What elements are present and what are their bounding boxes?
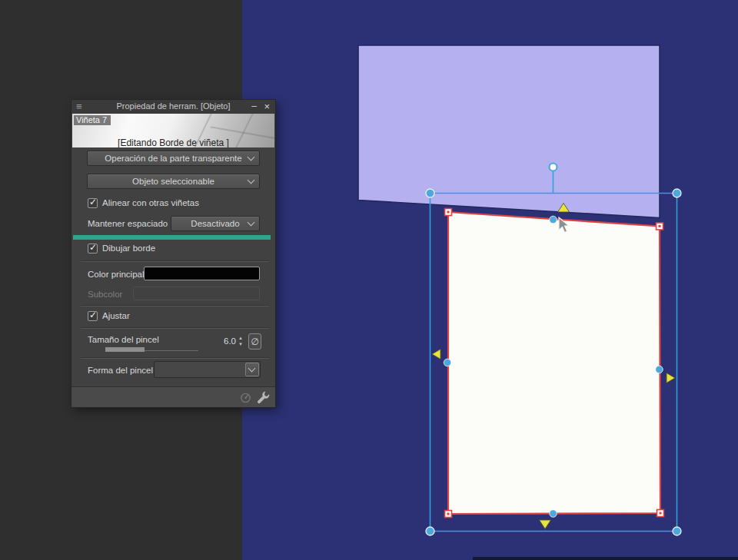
bbox-handle-bottom-right[interactable]: [673, 527, 681, 535]
chevron-down-icon: [248, 219, 255, 227]
no-entry-icon: ∅: [251, 336, 258, 347]
main-color-label: Color principal: [88, 270, 145, 279]
pressure-disabled-button[interactable]: ∅: [248, 333, 261, 350]
frame-name-badge: Viñeta 7: [74, 115, 111, 125]
selectable-object-dropdown[interactable]: Objeto seleccionable: [87, 174, 260, 189]
snap-checkbox[interactable]: ✓: [88, 311, 98, 321]
chevron-down-icon: [248, 365, 256, 373]
transparent-operation-dropdown[interactable]: Operación de la parte transparente: [87, 151, 260, 166]
tool-preview: Viñeta 7 [Editando Borde de viñeta ]: [72, 114, 274, 147]
spinner-down-icon[interactable]: ▼: [238, 342, 243, 346]
draw-border-label: Dibujar borde: [102, 244, 155, 253]
brush-size-spinner: ▲ ▼: [238, 335, 244, 347]
frame-edge-handle-right[interactable]: [656, 366, 663, 373]
subcolor-label: Subcolor: [88, 290, 122, 299]
divider: [81, 328, 269, 329]
panel-footer: [71, 386, 275, 407]
dropdown-value: Desactivado: [191, 219, 239, 228]
dropdown-label: Objeto seleccionable: [132, 177, 214, 186]
rotation-handle[interactable]: [550, 164, 557, 171]
brush-shape-label: Forma del pincel: [88, 366, 153, 375]
checkmark-icon: ✓: [89, 242, 97, 253]
tool-settings-button[interactable]: [256, 390, 270, 404]
dropdown-label: Operación de la parte transparente: [105, 154, 241, 163]
frame-corner-handle-top-left[interactable]: [445, 209, 452, 216]
dial-center-icon: [244, 396, 246, 398]
panel-title: Propiedad de herram. [Objeto]: [71, 101, 275, 111]
page-bottom-edge: [473, 557, 738, 560]
spinner-up-icon[interactable]: ▲: [238, 336, 243, 340]
brush-size-slider[interactable]: [105, 347, 198, 352]
draw-border-checkbox[interactable]: ✓: [88, 244, 98, 253]
dropdown-expand-button[interactable]: [245, 363, 259, 376]
tool-property-panel: ≡ Propiedad de herram. [Objeto] – × Viñe…: [71, 100, 275, 407]
brush-size-value[interactable]: 6.0: [216, 336, 236, 346]
subcolor-swatch: [133, 287, 260, 300]
divider: [81, 358, 269, 359]
comic-frame-selected[interactable]: [448, 212, 660, 514]
align-frames-label: Alinear con otras viñetas: [102, 198, 199, 207]
main-color-swatch[interactable]: [144, 267, 260, 280]
slider-fill: [105, 347, 145, 352]
close-button[interactable]: ×: [264, 101, 270, 112]
brush-shape-dropdown[interactable]: [154, 361, 261, 378]
minimize-button[interactable]: –: [251, 101, 257, 111]
frame-edge-handle-top[interactable]: [550, 216, 557, 224]
chevron-down-icon: [248, 177, 255, 184]
frame-corner-handle-bottom-right[interactable]: [657, 510, 664, 517]
keep-spacing-label: Mantener espaciado: [88, 219, 168, 228]
application-window: ≡ Propiedad de herram. [Objeto] – × Viñe…: [0, 0, 738, 560]
register-defaults-button[interactable]: [240, 392, 251, 403]
frame-edge-handle-bottom[interactable]: [550, 510, 557, 518]
keep-spacing-dropdown[interactable]: Desactivado: [171, 216, 260, 231]
section-accent-divider: [73, 235, 271, 240]
align-frames-checkbox[interactable]: ✓: [88, 198, 98, 208]
frame-corner-handle-bottom-left[interactable]: [445, 511, 452, 518]
frame-edge-handle-left[interactable]: [444, 359, 451, 366]
bbox-handle-top-right[interactable]: [673, 189, 681, 197]
editing-status-text: [Editando Borde de viñeta ]: [72, 138, 274, 147]
checkmark-icon: ✓: [89, 310, 97, 320]
checkmark-icon: ✓: [89, 197, 97, 207]
snap-label: Ajustar: [102, 311, 130, 320]
panel-titlebar[interactable]: ≡ Propiedad de herram. [Objeto] – ×: [71, 100, 275, 114]
divider: [81, 306, 269, 307]
wrench-icon: [258, 391, 269, 403]
brush-size-label: Tamaño del pincel: [88, 335, 159, 344]
bbox-handle-bottom-left[interactable]: [426, 527, 434, 535]
frame-corner-handle-top-right[interactable]: [657, 223, 663, 230]
bbox-handle-top-left[interactable]: [426, 189, 434, 197]
chevron-down-icon: [248, 154, 255, 161]
divider: [81, 261, 269, 262]
comic-frame-upper[interactable]: [358, 45, 660, 218]
